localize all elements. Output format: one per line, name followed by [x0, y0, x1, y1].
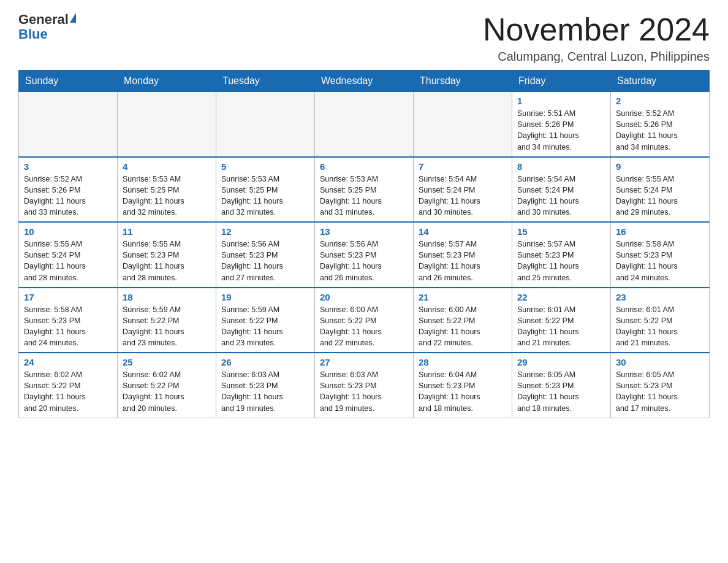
- calendar-cell: 25Sunrise: 6:02 AM Sunset: 5:22 PM Dayli…: [118, 353, 216, 418]
- day-number: 8: [517, 161, 605, 172]
- day-info: Sunrise: 5:57 AM Sunset: 5:23 PM Dayligh…: [419, 239, 507, 283]
- logo-triangle-icon: [70, 13, 76, 23]
- day-info: Sunrise: 6:03 AM Sunset: 5:23 PM Dayligh…: [221, 369, 309, 414]
- day-info: Sunrise: 5:54 AM Sunset: 5:24 PM Dayligh…: [517, 174, 605, 218]
- day-number: 3: [24, 161, 112, 172]
- calendar-cell: 17Sunrise: 5:58 AM Sunset: 5:23 PM Dayli…: [19, 288, 118, 353]
- title-block: November 2024 Calumpang, Central Luzon, …: [483, 12, 710, 64]
- day-number: 23: [616, 292, 704, 302]
- header-day-tuesday: Tuesday: [216, 71, 315, 92]
- calendar-cell: 24Sunrise: 6:02 AM Sunset: 5:22 PM Dayli…: [19, 353, 118, 418]
- calendar-header: SundayMondayTuesdayWednesdayThursdayFrid…: [19, 71, 710, 92]
- calendar-cell: [315, 92, 414, 157]
- day-info: Sunrise: 6:05 AM Sunset: 5:23 PM Dayligh…: [517, 369, 605, 414]
- day-number: 24: [24, 357, 112, 367]
- day-number: 16: [616, 226, 704, 237]
- day-info: Sunrise: 6:01 AM Sunset: 5:22 PM Dayligh…: [616, 304, 704, 349]
- day-info: Sunrise: 6:02 AM Sunset: 5:22 PM Dayligh…: [123, 369, 211, 414]
- day-number: 2: [616, 96, 704, 106]
- day-info: Sunrise: 5:52 AM Sunset: 5:26 PM Dayligh…: [24, 174, 112, 218]
- calendar-cell: 16Sunrise: 5:58 AM Sunset: 5:23 PM Dayli…: [611, 222, 710, 288]
- day-info: Sunrise: 6:00 AM Sunset: 5:22 PM Dayligh…: [320, 304, 408, 349]
- day-number: 17: [24, 292, 112, 302]
- header-day-thursday: Thursday: [414, 71, 512, 92]
- day-number: 1: [517, 96, 605, 106]
- header-day-wednesday: Wednesday: [315, 71, 414, 92]
- day-number: 20: [320, 292, 408, 302]
- day-number: 25: [123, 357, 211, 367]
- day-info: Sunrise: 5:53 AM Sunset: 5:25 PM Dayligh…: [320, 174, 408, 218]
- calendar-body: 1Sunrise: 5:51 AM Sunset: 5:26 PM Daylig…: [19, 92, 710, 418]
- day-number: 18: [123, 292, 211, 302]
- calendar-cell: 22Sunrise: 6:01 AM Sunset: 5:22 PM Dayli…: [512, 288, 611, 353]
- calendar-week-1: 1Sunrise: 5:51 AM Sunset: 5:26 PM Daylig…: [19, 92, 710, 157]
- day-number: 12: [221, 226, 309, 237]
- day-number: 11: [123, 226, 211, 237]
- day-number: 26: [221, 357, 309, 367]
- header-day-monday: Monday: [118, 71, 216, 92]
- day-number: 13: [320, 226, 408, 237]
- calendar-cell: 11Sunrise: 5:55 AM Sunset: 5:23 PM Dayli…: [118, 222, 216, 288]
- header-day-saturday: Saturday: [611, 71, 710, 92]
- day-number: 6: [320, 161, 408, 172]
- calendar-cell: 15Sunrise: 5:57 AM Sunset: 5:23 PM Dayli…: [512, 222, 611, 288]
- calendar-cell: [118, 92, 216, 157]
- day-info: Sunrise: 5:56 AM Sunset: 5:23 PM Dayligh…: [221, 239, 309, 283]
- day-number: 21: [419, 292, 507, 302]
- calendar-cell: 9Sunrise: 5:55 AM Sunset: 5:24 PM Daylig…: [611, 157, 710, 223]
- calendar-cell: 6Sunrise: 5:53 AM Sunset: 5:25 PM Daylig…: [315, 157, 414, 223]
- day-info: Sunrise: 5:56 AM Sunset: 5:23 PM Dayligh…: [320, 239, 408, 283]
- header-day-sunday: Sunday: [19, 71, 118, 92]
- calendar-cell: 10Sunrise: 5:55 AM Sunset: 5:24 PM Dayli…: [19, 222, 118, 288]
- logo-general-text: General: [18, 12, 69, 27]
- calendar-cell: 30Sunrise: 6:05 AM Sunset: 5:23 PM Dayli…: [611, 353, 710, 418]
- location: Calumpang, Central Luzon, Philippines: [483, 50, 710, 64]
- calendar-cell: 5Sunrise: 5:53 AM Sunset: 5:25 PM Daylig…: [216, 157, 315, 223]
- calendar-cell: [414, 92, 512, 157]
- calendar-cell: 18Sunrise: 5:59 AM Sunset: 5:22 PM Dayli…: [118, 288, 216, 353]
- calendar-cell: 28Sunrise: 6:04 AM Sunset: 5:23 PM Dayli…: [414, 353, 512, 418]
- calendar-cell: 7Sunrise: 5:54 AM Sunset: 5:24 PM Daylig…: [414, 157, 512, 223]
- calendar-cell: 1Sunrise: 5:51 AM Sunset: 5:26 PM Daylig…: [512, 92, 611, 157]
- day-info: Sunrise: 5:59 AM Sunset: 5:22 PM Dayligh…: [123, 304, 211, 349]
- day-number: 15: [517, 226, 605, 237]
- header-day-friday: Friday: [512, 71, 611, 92]
- day-number: 14: [419, 226, 507, 237]
- calendar-cell: 2Sunrise: 5:52 AM Sunset: 5:26 PM Daylig…: [611, 92, 710, 157]
- day-number: 10: [24, 226, 112, 237]
- month-title: November 2024: [483, 12, 710, 47]
- day-number: 9: [616, 161, 704, 172]
- logo: General Blue: [18, 12, 76, 42]
- day-info: Sunrise: 5:58 AM Sunset: 5:23 PM Dayligh…: [616, 239, 704, 283]
- header-row: SundayMondayTuesdayWednesdayThursdayFrid…: [19, 71, 710, 92]
- calendar-cell: [19, 92, 118, 157]
- day-info: Sunrise: 6:00 AM Sunset: 5:22 PM Dayligh…: [419, 304, 507, 349]
- day-number: 19: [221, 292, 309, 302]
- day-info: Sunrise: 5:53 AM Sunset: 5:25 PM Dayligh…: [123, 174, 211, 218]
- calendar-cell: [216, 92, 315, 157]
- calendar-cell: 26Sunrise: 6:03 AM Sunset: 5:23 PM Dayli…: [216, 353, 315, 418]
- day-info: Sunrise: 6:04 AM Sunset: 5:23 PM Dayligh…: [419, 369, 507, 414]
- day-info: Sunrise: 5:54 AM Sunset: 5:24 PM Dayligh…: [419, 174, 507, 218]
- calendar-week-3: 10Sunrise: 5:55 AM Sunset: 5:24 PM Dayli…: [19, 222, 710, 288]
- calendar-cell: 21Sunrise: 6:00 AM Sunset: 5:22 PM Dayli…: [414, 288, 512, 353]
- day-info: Sunrise: 6:03 AM Sunset: 5:23 PM Dayligh…: [320, 369, 408, 414]
- day-info: Sunrise: 5:59 AM Sunset: 5:22 PM Dayligh…: [221, 304, 309, 349]
- calendar-cell: 23Sunrise: 6:01 AM Sunset: 5:22 PM Dayli…: [611, 288, 710, 353]
- day-info: Sunrise: 5:55 AM Sunset: 5:24 PM Dayligh…: [24, 239, 112, 283]
- day-info: Sunrise: 5:53 AM Sunset: 5:25 PM Dayligh…: [221, 174, 309, 218]
- calendar-cell: 4Sunrise: 5:53 AM Sunset: 5:25 PM Daylig…: [118, 157, 216, 223]
- calendar-week-5: 24Sunrise: 6:02 AM Sunset: 5:22 PM Dayli…: [19, 353, 710, 418]
- day-number: 27: [320, 357, 408, 367]
- day-number: 7: [419, 161, 507, 172]
- calendar-cell: 12Sunrise: 5:56 AM Sunset: 5:23 PM Dayli…: [216, 222, 315, 288]
- day-info: Sunrise: 5:51 AM Sunset: 5:26 PM Dayligh…: [517, 108, 605, 153]
- day-info: Sunrise: 5:58 AM Sunset: 5:23 PM Dayligh…: [24, 304, 112, 349]
- day-info: Sunrise: 6:01 AM Sunset: 5:22 PM Dayligh…: [517, 304, 605, 349]
- calendar-week-2: 3Sunrise: 5:52 AM Sunset: 5:26 PM Daylig…: [19, 157, 710, 223]
- calendar-cell: 29Sunrise: 6:05 AM Sunset: 5:23 PM Dayli…: [512, 353, 611, 418]
- calendar-cell: 14Sunrise: 5:57 AM Sunset: 5:23 PM Dayli…: [414, 222, 512, 288]
- calendar-cell: 13Sunrise: 5:56 AM Sunset: 5:23 PM Dayli…: [315, 222, 414, 288]
- day-number: 22: [517, 292, 605, 302]
- day-number: 5: [221, 161, 309, 172]
